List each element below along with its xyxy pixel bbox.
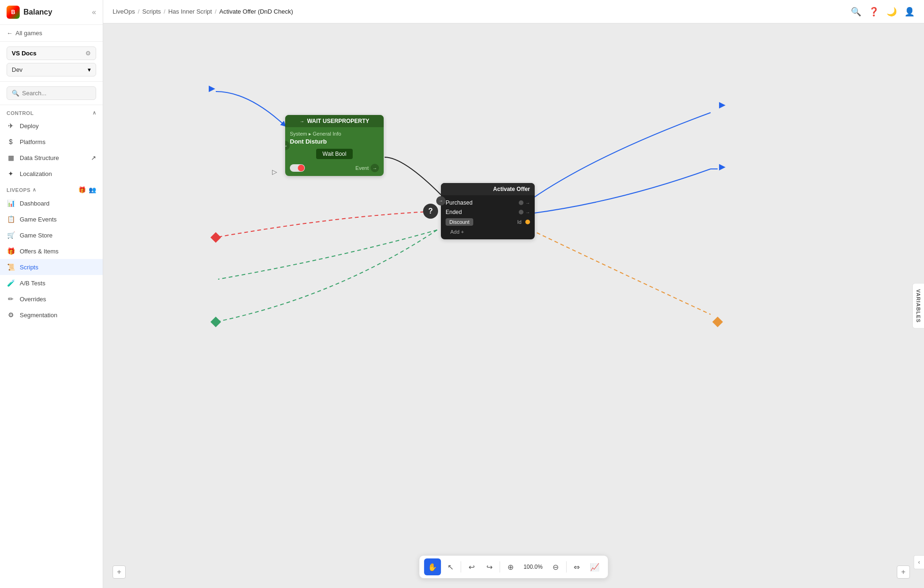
sidebar-item-label: Dashboard (20, 200, 50, 207)
sidebar-item-label: Platforms (20, 138, 45, 145)
breadcrumb: LiveOps / Scripts / Has Inner Script / A… (113, 8, 293, 15)
control-section-label[interactable]: CONTROL ∧ (0, 105, 103, 118)
app-name: Balancy (23, 8, 52, 16)
collapse-sidebar-button[interactable]: « (92, 8, 96, 16)
breadcrumb-sep: / (138, 8, 140, 15)
toolbar-separator-2 (500, 561, 500, 573)
sidebar-item-game-store[interactable]: 🛒 Game Store (0, 227, 103, 243)
zoom-in-button[interactable]: ⊕ (502, 558, 519, 575)
sidebar-item-platforms[interactable]: $ Platforms (0, 134, 103, 150)
purchased-dot (519, 200, 523, 205)
sidebar: B Balancy « ← All games VS Docs ⚙ Dev ▾ … (0, 0, 103, 588)
topbar: LiveOps / Scripts / Has Inner Script / A… (103, 0, 924, 23)
zoom-out-button[interactable]: ⊖ (547, 558, 564, 575)
hand-tool-button[interactable]: ✋ (424, 558, 441, 575)
segmentation-icon: ⚙ (7, 311, 15, 319)
theme-icon[interactable]: 🌙 (886, 7, 897, 17)
env-selector[interactable]: Dev ▾ (7, 63, 96, 76)
logo-area: B Balancy (7, 6, 52, 19)
add-button[interactable]: Add + (446, 227, 530, 237)
liveops-section-row: LIVEOPS ∧ 🎁 👥 (0, 182, 103, 195)
topbar-actions: 🔍 ❓ 🌙 👤 (851, 7, 915, 17)
sidebar-item-overrides[interactable]: ✏ Overrides (0, 291, 103, 307)
gear-icon[interactable]: ⚙ (85, 50, 91, 57)
sidebar-item-label: Deploy (20, 122, 38, 130)
right-collapse-button[interactable]: ‹ (914, 555, 924, 569)
sidebar-item-label: Game Store (20, 232, 53, 239)
wait-userproperty-node[interactable]: → → WAIT USERPROPERTY System ▸ General I… (285, 115, 384, 176)
purchased-label: Purchased (446, 199, 472, 206)
entry-arrow-left-top: ▶ (207, 84, 217, 93)
game-selector: VS Docs ⚙ Dev ▾ (0, 42, 103, 82)
help-icon[interactable]: ❓ (869, 7, 879, 17)
deploy-icon: ✈ (7, 122, 15, 130)
gift-icon[interactable]: 🎁 (78, 186, 86, 193)
toolbar-separator-3 (566, 561, 567, 573)
sidebar-item-localization[interactable]: ✦ Localization (0, 166, 103, 182)
all-games-link[interactable]: ← All games (0, 25, 103, 42)
redo-button[interactable]: ↪ (481, 558, 498, 575)
liveops-section-label[interactable]: LIVEOPS ∧ (7, 187, 37, 193)
env-name: Dev (12, 66, 23, 73)
wait-bool-button[interactable]: Wait Bool (316, 149, 353, 159)
platforms-icon: $ (7, 137, 15, 146)
wait-node-path: System ▸ General Info (290, 131, 379, 137)
ended-row: Ended → (446, 207, 530, 217)
game-store-icon: 🛒 (7, 231, 15, 239)
sidebar-item-label: Game Events (20, 216, 57, 223)
sidebar-item-offers-items[interactable]: 🎁 Offers & Items (0, 243, 103, 259)
sidebar-header: B Balancy « (0, 0, 103, 25)
breadcrumb-scripts[interactable]: Scripts (142, 8, 161, 15)
ended-dot (519, 210, 523, 214)
cursor-tool-button[interactable]: ↖ (442, 558, 459, 575)
discount-tag[interactable]: Discount (446, 218, 473, 226)
sidebar-item-segmentation[interactable]: ⚙ Segmentation (0, 307, 103, 323)
search-input[interactable] (22, 90, 91, 97)
search-icon[interactable]: 🔍 (851, 7, 861, 17)
canvas-zoom-in-corner[interactable]: + (113, 565, 126, 579)
sidebar-item-label: Offers & Items (20, 248, 59, 255)
sidebar-item-dashboard[interactable]: 📊 Dashboard (0, 195, 103, 211)
sidebar-item-scripts[interactable]: 📜 Scripts (0, 259, 103, 275)
share-icon[interactable]: ↗ (91, 154, 96, 161)
users-icon[interactable]: 👥 (89, 186, 96, 193)
undo-button[interactable]: ↩ (463, 558, 480, 575)
sidebar-item-deploy[interactable]: ✈ Deploy (0, 118, 103, 134)
zoom-level: 100.0% (520, 564, 546, 570)
toggle-track (290, 164, 305, 172)
localization-icon: ✦ (7, 169, 15, 178)
canvas-zoom-in-corner-right[interactable]: + (897, 565, 910, 579)
toggle-control[interactable] (290, 164, 305, 172)
breadcrumb-has-inner-script[interactable]: Has Inner Script (168, 8, 212, 15)
sidebar-item-label: Scripts (20, 264, 38, 271)
red-diamond (211, 232, 221, 243)
back-icon: ← (7, 30, 13, 37)
event-label: Event → (356, 164, 379, 172)
canvas-connectors (103, 23, 924, 588)
activate-node-in-port: → (436, 196, 446, 206)
sidebar-item-ab-tests[interactable]: 🧪 A/B Tests (0, 275, 103, 291)
sidebar-item-data-structure[interactable]: ▦ Data Structure ↗ (0, 150, 103, 166)
search-icon: 🔍 (12, 90, 19, 97)
fit-canvas-button[interactable]: ⇔ (568, 558, 585, 575)
activate-node-question-icon: ? (423, 204, 438, 219)
wait-node-property: Dont Disturb (290, 138, 379, 145)
exit-arrow-right-mid: ▶ (718, 162, 727, 171)
wait-node-title: → WAIT USERPROPERTY (285, 115, 384, 127)
user-icon[interactable]: 👤 (904, 7, 915, 17)
canvas-area[interactable]: ▶ ▶ ▶ ▷ → → WAIT USERPROPERTY System ▸ G… (103, 23, 924, 588)
sidebar-item-game-events[interactable]: 📋 Game Events (0, 211, 103, 227)
activate-offer-node[interactable]: → ? Activate Offer Purchased → (441, 183, 535, 239)
liveops-section-icons: 🎁 👥 (78, 186, 96, 193)
bottom-toolbar: ✋ ↖ ↩ ↪ ⊕ 100.0% ⊖ ⇔ 📈 (419, 555, 608, 579)
breadcrumb-liveops[interactable]: LiveOps (113, 8, 135, 15)
minimap-button[interactable]: 📈 (586, 558, 603, 575)
data-structure-icon: ▦ (7, 153, 15, 162)
discount-row: Discount Id (446, 217, 530, 227)
variables-tab[interactable]: VARIABLES (912, 283, 924, 329)
wait-node-body: System ▸ General Info Dont Disturb Wait … (285, 127, 384, 176)
id-port: Id (517, 219, 530, 225)
search-area: 🔍 (0, 82, 103, 105)
dashboard-icon: 📊 (7, 199, 15, 207)
sidebar-item-label: Overrides (20, 296, 46, 303)
